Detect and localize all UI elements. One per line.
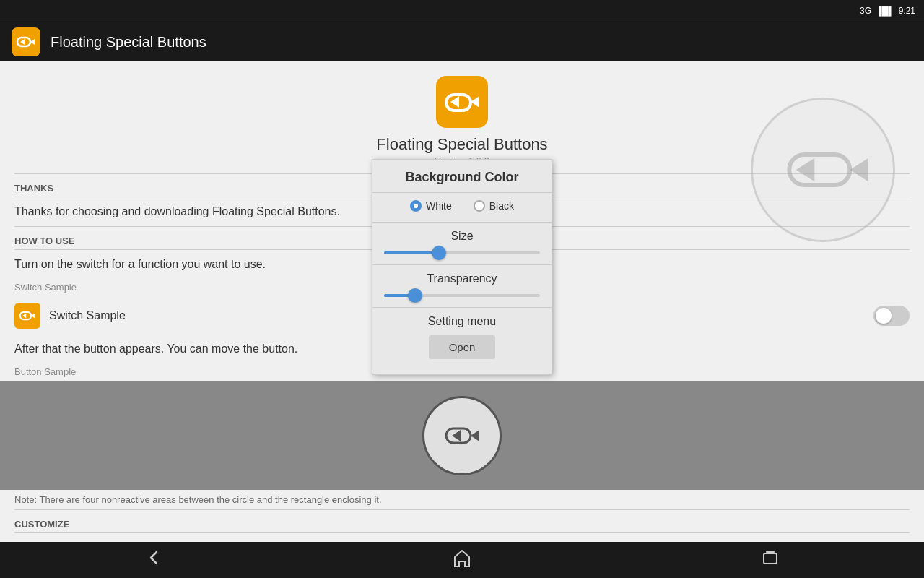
setting-menu-label: Setting menu <box>384 315 540 328</box>
white-radio-inner <box>414 204 418 208</box>
bottom-nav <box>0 542 924 578</box>
title-bar: Floating Special Buttons <box>0 22 924 61</box>
app-name-heading: Floating Special Buttons <box>376 135 547 154</box>
transparency-section: Transparency <box>372 265 552 308</box>
color-radio-row: White Black <box>384 200 540 212</box>
app-title: Floating Special Buttons <box>51 34 206 51</box>
white-radio[interactable]: White <box>410 200 452 212</box>
transparency-label: Transparency <box>384 272 540 285</box>
status-bar: 3G ▐█▌ 9:21 <box>0 0 924 22</box>
back-button[interactable] <box>129 542 178 578</box>
setting-menu-section: Setting menu Open <box>372 308 552 374</box>
app-icon-small <box>12 27 40 56</box>
app-icon-large <box>436 76 488 128</box>
svg-rect-6 <box>766 551 775 553</box>
toggle-switch[interactable] <box>873 306 910 326</box>
switch-icon <box>14 303 40 329</box>
black-radio-circle <box>474 200 485 212</box>
size-section: Size <box>372 223 552 265</box>
color-section: White Black <box>372 193 552 223</box>
white-radio-label: White <box>426 200 452 212</box>
battery-icon: ▐█▌ <box>876 6 894 16</box>
size-slider-fill <box>384 251 439 254</box>
customize-popup: Background Color White Black Size Transp <box>372 159 552 375</box>
home-button[interactable] <box>437 542 487 578</box>
white-radio-circle <box>410 200 422 212</box>
signal-indicator: 3G <box>860 6 871 16</box>
popup-header: Background Color <box>372 160 552 193</box>
size-slider-thumb[interactable] <box>432 246 446 260</box>
black-radio-label: Black <box>489 200 514 212</box>
size-slider[interactable] <box>384 249 540 257</box>
size-label: Size <box>384 230 540 243</box>
open-button[interactable]: Open <box>429 335 496 359</box>
transparency-slider[interactable] <box>384 291 540 300</box>
switch-item-label: Switch Sample <box>49 309 126 322</box>
circle-button-sample[interactable] <box>422 396 502 475</box>
button-sample-area <box>0 381 924 490</box>
size-slider-track <box>384 251 540 254</box>
time-display: 9:21 <box>899 6 915 16</box>
large-ghost-button <box>751 98 895 242</box>
recents-button[interactable] <box>746 542 795 578</box>
transparency-slider-thumb[interactable] <box>408 288 422 303</box>
black-radio[interactable]: Black <box>474 200 514 212</box>
transparency-slider-track <box>384 294 540 297</box>
customize-text: Longtap the button and then appear the c… <box>14 533 910 542</box>
content-area-2: Note: There are four nonreactive areas b… <box>0 490 924 542</box>
note-text: Note: There are four nonreactive areas b… <box>14 490 910 509</box>
customize-title: CUSTOMIZE <box>14 510 910 532</box>
svg-rect-5 <box>764 553 777 564</box>
toggle-knob <box>876 308 892 324</box>
